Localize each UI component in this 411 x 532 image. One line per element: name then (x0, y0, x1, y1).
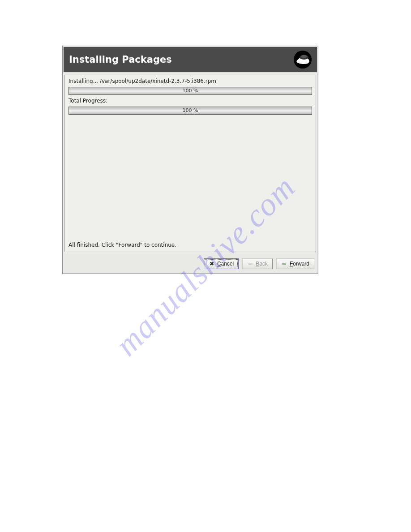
redhat-shadowman-icon (294, 51, 312, 69)
cancel-button[interactable]: ✖ Cancel (204, 258, 239, 269)
dialog-button-row: ✖ Cancel ⇦ Back ⇨ Forward (63, 254, 318, 274)
finished-message: All finished. Click "Forward" to continu… (68, 242, 176, 248)
svg-point-2 (301, 55, 307, 58)
dialog-header: Installing Packages (63, 46, 318, 73)
package-progress-bar: 100 % (68, 87, 312, 95)
package-progress-text: 100 % (69, 87, 312, 94)
current-package-label: Installing... /var/spool/up2date/xinetd-… (68, 78, 312, 84)
total-progress-bar: 100 % (68, 107, 312, 115)
dialog-title: Installing Packages (69, 54, 172, 65)
forward-button[interactable]: ⇨ Forward (276, 258, 314, 269)
cancel-icon: ✖ (209, 261, 215, 267)
content-panel: Installing... /var/spool/up2date/xinetd-… (64, 75, 316, 252)
forward-arrow-icon: ⇨ (281, 261, 287, 267)
installing-packages-dialog: Installing Packages Installing... /var/s… (62, 46, 318, 274)
back-button[interactable]: ⇦ Back (242, 258, 273, 269)
total-progress-text: 100 % (69, 107, 312, 114)
total-progress-label: Total Progress: (68, 98, 312, 104)
back-arrow-icon: ⇦ (247, 261, 253, 267)
